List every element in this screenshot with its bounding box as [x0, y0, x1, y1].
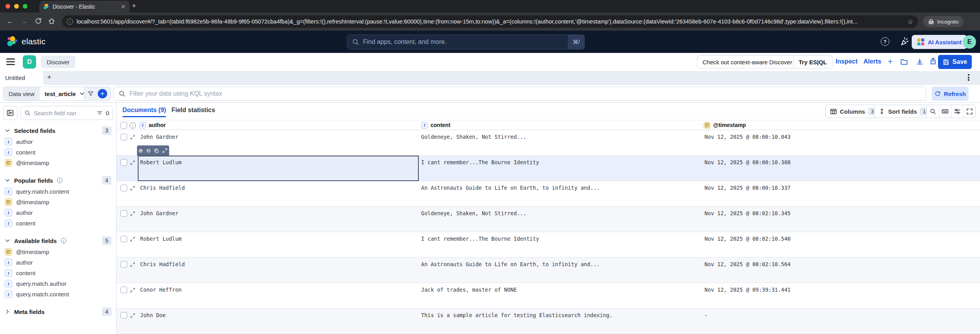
expand-document-icon[interactable]	[130, 185, 135, 191]
content-cell[interactable]: I cant remember...The Bourne Identity	[419, 232, 702, 257]
field-item[interactable]: tquery.match.content	[3, 186, 113, 197]
field-item[interactable]: @timestamp	[3, 197, 113, 207]
menu-hamburger-icon[interactable]	[6, 58, 15, 67]
add-filter-button[interactable]: +	[98, 89, 107, 98]
content-cell[interactable]: Jack of trades, master of NONE	[419, 283, 702, 308]
expand-document-icon[interactable]	[130, 262, 135, 267]
timestamp-cell[interactable]: Nov 12, 2025 @ 08:00:10.043	[702, 130, 977, 155]
author-cell[interactable]: Chris Hadfield	[138, 258, 419, 283]
collapse-sidebar-button[interactable]	[3, 106, 17, 120]
author-cell[interactable]: Chris Hadfield	[138, 181, 419, 206]
author-cell[interactable]: Conor Heffron	[138, 283, 419, 308]
download-icon[interactable]	[916, 58, 923, 65]
content-cell[interactable]: An Astronauts Guide to Life on Earth, to…	[419, 181, 702, 206]
window-close-button[interactable]	[5, 4, 10, 9]
columns-button[interactable]: Columns 3	[825, 105, 881, 118]
author-cell[interactable]: Robert Ludlum	[138, 156, 419, 181]
timestamp-cell[interactable]: -	[702, 309, 977, 334]
timestamp-cell[interactable]: Nov 12, 2025 @ 09:39:31.441	[702, 283, 977, 308]
expand-document-icon[interactable]	[130, 313, 135, 318]
content-cell[interactable]: I cant remember...The Bourne Identity	[419, 156, 702, 181]
filter-for-value-icon[interactable]: ⊕	[139, 148, 143, 153]
fullscreen-icon[interactable]	[963, 105, 975, 118]
row-checkbox[interactable]	[120, 312, 127, 319]
field-search[interactable]: 0	[20, 106, 113, 120]
row-checkbox[interactable]	[120, 210, 127, 217]
author-cell[interactable]: John Doe	[138, 309, 419, 334]
column-header-author[interactable]: t author	[138, 120, 419, 130]
timestamp-cell[interactable]: Nov 12, 2025 @ 08:00:10.308	[702, 156, 977, 181]
new-tab-button[interactable]: +	[132, 2, 136, 10]
breadcrumb[interactable]: Discover	[41, 56, 75, 68]
try-esql-button[interactable]: Try ES|QL	[793, 55, 832, 69]
window-zoom-button[interactable]	[23, 4, 27, 9]
forward-icon[interactable]: →	[20, 17, 27, 25]
help-icon[interactable]: ?	[881, 37, 889, 46]
display-options-icon[interactable]	[951, 105, 963, 118]
session-tab-untitled[interactable]: Untitled	[0, 71, 43, 85]
filter-out-value-icon[interactable]: ⊖	[146, 148, 151, 153]
timestamp-cell[interactable]: Nov 12, 2025 @ 08:00:10.337	[702, 181, 977, 206]
field-section-header[interactable]: Popular fieldsi4	[3, 174, 113, 186]
filter-funnel-icon[interactable]	[88, 91, 94, 97]
field-item[interactable]: tquery.match.author	[3, 278, 113, 289]
expand-cell-icon[interactable]	[162, 148, 168, 153]
content-cell[interactable]: This is a sample article for testing Ela…	[419, 309, 702, 334]
timestamp-cell[interactable]: Nov 12, 2025 @ 08:02:10.345	[702, 207, 977, 232]
ai-assistant-button[interactable]: AI Assistant	[912, 35, 967, 49]
alerts-link[interactable]: Alerts	[863, 58, 881, 65]
content-cell[interactable]: An Astronauts Guide to Life on Earth, to…	[419, 258, 702, 283]
keyboard-shortcuts-icon[interactable]	[939, 105, 951, 118]
field-item[interactable]: tauthor	[3, 257, 113, 268]
author-cell[interactable]: John Gardner	[138, 130, 419, 155]
field-search-input[interactable]	[34, 110, 76, 116]
context-aware-promo-button[interactable]: Check out context-aware Discover i	[697, 55, 807, 69]
bookmark-star-icon[interactable]: ☆	[907, 18, 913, 26]
field-item[interactable]: tcontent	[3, 268, 113, 278]
elastic-logo[interactable]: elastic	[6, 36, 46, 47]
field-item[interactable]: @timestamp	[3, 247, 113, 257]
tab-close-icon[interactable]: ✕	[120, 3, 126, 10]
announcements-icon[interactable]	[900, 37, 909, 46]
field-section-header[interactable]: Selected fields3	[3, 125, 113, 136]
reload-icon[interactable]	[35, 17, 42, 25]
share-icon[interactable]	[929, 58, 937, 65]
field-item[interactable]: tquery.match.content	[3, 289, 113, 300]
row-checkbox[interactable]	[120, 134, 127, 140]
expand-document-icon[interactable]	[130, 287, 135, 293]
new-session-icon[interactable]: +	[888, 57, 892, 66]
expand-document-icon[interactable]	[130, 211, 135, 216]
field-section-header[interactable]: Available fieldsi5	[3, 235, 113, 247]
row-checkbox[interactable]	[120, 287, 127, 293]
select-all-checkbox[interactable]	[120, 122, 127, 129]
expand-document-icon[interactable]	[130, 236, 135, 242]
field-section-header[interactable]: Meta fields4	[3, 306, 113, 318]
row-checkbox[interactable]	[120, 159, 127, 166]
data-view-picker[interactable]: Data view test_article	[3, 87, 90, 101]
row-checkbox[interactable]	[120, 261, 127, 268]
expand-document-icon[interactable]	[130, 134, 135, 140]
discover-app-icon[interactable]: D	[23, 55, 36, 69]
timestamp-cell[interactable]: Nov 12, 2025 @ 08:02:10.564	[702, 258, 977, 283]
author-cell[interactable]: John Gardner	[138, 207, 419, 232]
home-icon[interactable]	[48, 17, 55, 25]
timestamp-cell[interactable]: Nov 12, 2025 @ 08:02:10.540	[702, 232, 977, 257]
field-item[interactable]: tauthor	[3, 136, 113, 147]
column-header-timestamp[interactable]: @timestamp	[702, 120, 977, 130]
sort-fields-button[interactable]: Sort fields 1	[874, 105, 933, 118]
open-icon[interactable]	[900, 58, 908, 65]
field-item[interactable]: tcontent	[3, 218, 113, 229]
row-checkbox[interactable]	[120, 185, 127, 191]
content-cell[interactable]: Goldeneye, Shaken, Not Stirred...	[419, 207, 702, 232]
row-checkbox[interactable]	[120, 236, 127, 242]
user-avatar[interactable]: E	[963, 35, 976, 49]
tab-field-statistics[interactable]: Field statistics	[172, 107, 215, 114]
add-session-tab-button[interactable]: +	[47, 73, 51, 82]
browser-tab[interactable]: Discover - Elastic ✕	[39, 1, 130, 13]
kql-search-bar[interactable]	[113, 87, 926, 101]
back-icon[interactable]: ←	[6, 17, 13, 25]
save-button[interactable]: Save	[938, 55, 972, 69]
expand-document-icon[interactable]	[130, 160, 135, 165]
author-cell[interactable]: Robert Ludlum	[138, 232, 419, 257]
window-minimize-button[interactable]	[14, 4, 19, 9]
